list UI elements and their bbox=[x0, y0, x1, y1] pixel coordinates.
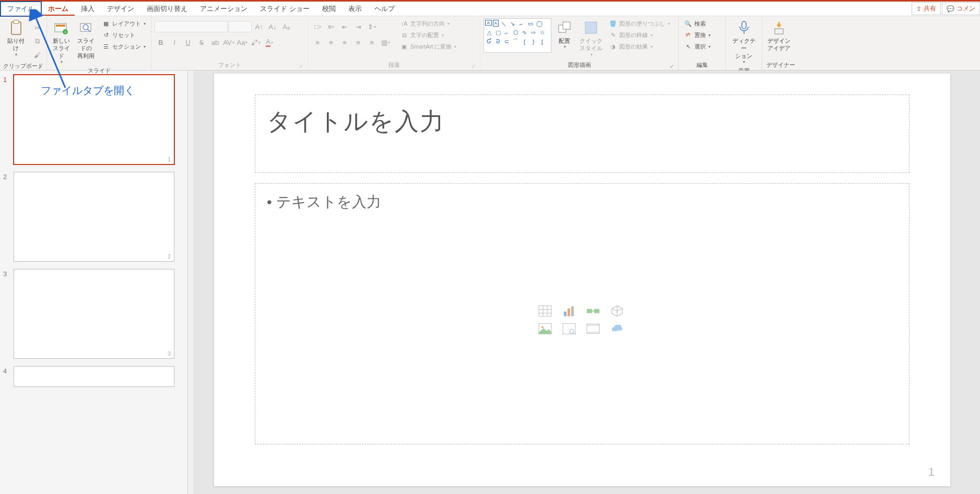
char-spacing-button[interactable]: AV▾ bbox=[222, 36, 235, 49]
shape-star-icon[interactable]: ☆ bbox=[538, 29, 546, 37]
shape-vtextbox-icon[interactable]: A bbox=[493, 20, 499, 27]
increase-font-button[interactable]: A↑ bbox=[253, 20, 265, 33]
find-button[interactable]: 🔍 検索 bbox=[682, 18, 713, 29]
tab-view[interactable]: 表示 bbox=[342, 2, 368, 16]
shape-curve-icon[interactable]: ∿ bbox=[521, 29, 528, 37]
text-direction-button[interactable]: ↕A 文字列の方向▾ bbox=[398, 18, 458, 29]
cut-button[interactable]: ✂ bbox=[31, 21, 43, 34]
align-right-button[interactable]: ≡ bbox=[338, 36, 351, 49]
new-slide-button[interactable]: + 新しい スライド ▾ bbox=[50, 18, 72, 66]
shape-rect-icon[interactable]: ▭ bbox=[526, 20, 534, 28]
section-button[interactable]: ☰ セクション▾ bbox=[100, 41, 148, 52]
shape-textbox-icon[interactable]: A bbox=[485, 20, 492, 26]
underline-button[interactable]: U bbox=[182, 36, 194, 49]
insert-chart-icon[interactable] bbox=[562, 305, 576, 317]
strikethrough-button[interactable]: S̶ bbox=[195, 36, 208, 49]
decrease-indent-button[interactable]: ⇤ bbox=[338, 20, 351, 33]
font-size-combo[interactable] bbox=[229, 21, 252, 32]
distribute-button[interactable]: ≡ bbox=[365, 36, 378, 49]
shadow-button[interactable]: ab bbox=[209, 36, 221, 49]
thumbnail-slide-2[interactable]: 2 bbox=[14, 172, 174, 262]
shape-freeform-icon[interactable]: Ɠ bbox=[485, 38, 493, 45]
shape-elbow-icon[interactable]: ⌐ bbox=[503, 29, 511, 37]
shape-callout-icon[interactable]: ⊂ bbox=[503, 38, 511, 45]
shape-arrow-line-icon[interactable]: ↘ bbox=[509, 20, 516, 28]
insert-3d-icon[interactable] bbox=[610, 305, 624, 317]
tab-animations[interactable]: アニメーション bbox=[194, 2, 254, 16]
shape-line-icon[interactable]: ＼ bbox=[500, 20, 507, 28]
shape-connector-icon[interactable]: ⌐ bbox=[517, 20, 525, 28]
tab-review[interactable]: 校閲 bbox=[316, 2, 342, 16]
design-ideas-button[interactable]: デザイン アイデア bbox=[765, 18, 793, 53]
decrease-font-button[interactable]: A↓ bbox=[266, 20, 279, 33]
bold-button[interactable]: B bbox=[155, 36, 167, 49]
shape-oval-icon[interactable]: ◯ bbox=[535, 20, 543, 28]
tab-design[interactable]: デザイン bbox=[101, 2, 140, 16]
drawing-launcher-icon[interactable]: ⤢ bbox=[670, 64, 674, 69]
title-placeholder[interactable]: タイトルを入力 bbox=[255, 95, 910, 173]
shapes-gallery[interactable]: A A ＼ ↘ ⌐ ▭ ◯ △ ▢ ⌐ ⬡ ∿ ⇨ ☆ Ɠ ᘐ ⊂ ⌒ { } bbox=[483, 18, 551, 53]
shape-arc-icon[interactable]: ⌒ bbox=[512, 38, 519, 45]
shape-arrow-icon[interactable]: ⇨ bbox=[529, 29, 537, 37]
dictate-button[interactable]: ディクテー ション ▾ bbox=[729, 18, 759, 66]
shape-bracket-l-icon[interactable]: [ bbox=[538, 38, 546, 45]
tab-help[interactable]: ヘルプ bbox=[368, 2, 401, 16]
content-placeholder[interactable]: • テキストを入力 bbox=[255, 183, 910, 444]
change-case-button[interactable]: Aa▾ bbox=[236, 36, 249, 49]
quick-styles-button[interactable]: クイック スタイル ▾ bbox=[577, 18, 605, 58]
highlight-button[interactable]: 🖍▾ bbox=[250, 36, 262, 49]
layout-button[interactable]: ▦ レイアウト▾ bbox=[100, 18, 148, 29]
font-family-combo[interactable] bbox=[155, 21, 228, 32]
insert-icon-icon[interactable] bbox=[610, 323, 624, 335]
tab-insert[interactable]: 挿入 bbox=[75, 2, 101, 16]
font-color-button[interactable]: A▾ bbox=[263, 36, 276, 49]
shape-hexagon-icon[interactable]: ⬡ bbox=[512, 29, 519, 37]
columns-button[interactable]: ▥▾ bbox=[379, 36, 392, 49]
select-button[interactable]: ↖ 選択▾ bbox=[682, 41, 713, 52]
insert-picture-icon[interactable] bbox=[538, 323, 552, 335]
format-painter-button[interactable]: 🖌 bbox=[31, 49, 43, 61]
thumbnail-slide-4[interactable] bbox=[14, 366, 174, 387]
insert-table-icon[interactable] bbox=[538, 305, 552, 317]
shape-roundrect-icon[interactable]: ▢ bbox=[494, 29, 502, 37]
share-button[interactable]: ⇪ 共有 bbox=[912, 2, 941, 15]
insert-smartart-icon[interactable] bbox=[586, 305, 600, 317]
replace-button[interactable]: ᵃ⁄ᵇ 置換▾ bbox=[682, 30, 713, 40]
shape-effects-button[interactable]: ◑ 図形の効果▾ bbox=[607, 41, 672, 52]
paragraph-launcher-icon[interactable]: ⤢ bbox=[471, 64, 476, 69]
align-left-button[interactable]: ≡ bbox=[311, 36, 324, 49]
smartart-convert-button[interactable]: ▣ SmartArt に変換▾ bbox=[398, 41, 458, 52]
tab-home[interactable]: ホーム bbox=[42, 2, 75, 16]
comment-button[interactable]: 💬 コメン bbox=[942, 2, 980, 15]
justify-button[interactable]: ≡ bbox=[352, 36, 364, 49]
shape-triangle-icon[interactable]: △ bbox=[485, 29, 493, 37]
shape-fill-button[interactable]: 🪣 図形の塗りつぶし▾ bbox=[607, 18, 672, 29]
insert-video-icon[interactable] bbox=[586, 323, 600, 335]
shape-outline-button[interactable]: ✎ 図形の枠線▾ bbox=[607, 30, 672, 40]
insert-online-picture-icon[interactable] bbox=[562, 323, 576, 335]
slide-editor-area[interactable]: タイトルを入力 • テキストを入力 1 bbox=[188, 70, 980, 494]
text-align-vert-button[interactable]: ⊟ 文字の配置▾ bbox=[398, 30, 458, 40]
italic-button[interactable]: I bbox=[168, 36, 181, 49]
thumbnail-panel[interactable]: 1 1 2 2 3 3 4 bbox=[0, 70, 188, 494]
reuse-slides-button[interactable]: スライドの 再利用 bbox=[74, 18, 98, 61]
line-spacing-button[interactable]: ⇕▾ bbox=[365, 20, 378, 33]
arrange-button[interactable]: 配置 ▾ bbox=[553, 18, 575, 51]
clear-formatting-button[interactable]: Aᵩ bbox=[280, 20, 292, 33]
tab-slideshow[interactable]: スライド ショー bbox=[254, 2, 316, 16]
paste-button[interactable]: 貼り付け ▾ bbox=[3, 18, 29, 58]
thumbnail-slide-3[interactable]: 3 bbox=[14, 269, 174, 359]
copy-button[interactable]: ⧉ bbox=[31, 35, 43, 48]
shape-brace-l-icon[interactable]: { bbox=[521, 38, 528, 45]
shape-scribble-icon[interactable]: ᘐ bbox=[494, 38, 502, 45]
tab-transitions[interactable]: 画面切り替え bbox=[140, 2, 194, 16]
tab-file[interactable]: ファイル bbox=[0, 1, 42, 17]
bullets-button[interactable]: ∷▾ bbox=[311, 20, 324, 33]
clipboard-launcher-icon[interactable]: ⤢ bbox=[38, 65, 42, 70]
reset-button[interactable]: ↺ リセット bbox=[100, 30, 148, 40]
increase-indent-button[interactable]: ⇥ bbox=[352, 20, 364, 33]
shape-brace-r-icon[interactable]: } bbox=[529, 38, 537, 45]
align-center-button[interactable]: ≡ bbox=[325, 36, 337, 49]
slide-canvas[interactable]: タイトルを入力 • テキストを入力 1 bbox=[214, 74, 950, 486]
font-launcher-icon[interactable]: ⤢ bbox=[299, 64, 303, 69]
